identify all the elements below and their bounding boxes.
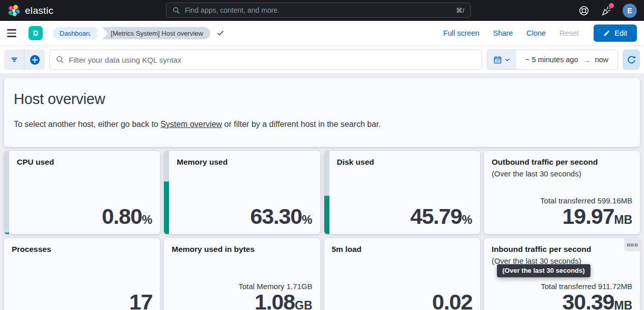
pencil-icon: [603, 30, 610, 37]
system-overview-link[interactable]: System overview: [160, 120, 222, 128]
metric-unit: GB: [295, 299, 313, 310]
gauge-track: [4, 151, 9, 234]
panel-title: 5m load: [332, 244, 472, 254]
notification-dot: [609, 3, 614, 8]
global-search[interactable]: ⌘/: [166, 3, 471, 18]
panel-title: Disk used: [337, 157, 472, 167]
metric-panel-cpu-used: CPU used 0.80%: [4, 151, 160, 234]
gauge-fill: [4, 232, 9, 234]
panel-subtitle: (Over the last 30 seconds): [492, 169, 632, 178]
metric-panel-5m-load: 5m load 0.02: [324, 238, 480, 310]
breadcrumb: Dashboard [Metrics System] Host overview: [53, 27, 225, 39]
clone-button[interactable]: Clone: [526, 29, 546, 37]
page-title: Host overview: [14, 91, 630, 108]
metric-panel-memory-used: Memory used 63.30%: [164, 151, 320, 234]
top-navigation: elastic ⌘/: [0, 0, 644, 21]
breadcrumb-dashboard[interactable]: Dashboard: [53, 27, 95, 39]
metric-panel-processes: Processes 17: [4, 238, 160, 310]
saved-check-icon: [216, 29, 225, 37]
full-screen-button[interactable]: Full screen: [443, 29, 480, 37]
metric-unit: MB: [614, 213, 632, 226]
help-button[interactable]: [578, 5, 590, 17]
metric-value: 30.39MB: [492, 291, 632, 310]
elastic-brand[interactable]: elastic: [7, 4, 53, 17]
filter-funnel-icon: [10, 56, 18, 64]
reset-button[interactable]: Reset: [559, 29, 579, 37]
refresh-button[interactable]: [623, 49, 640, 70]
search-icon: [56, 56, 64, 64]
gauge-track: [164, 151, 169, 234]
panel-title: Processes: [12, 244, 152, 254]
calendar-menu-button[interactable]: [487, 50, 516, 69]
time-range-picker: ~ 5 minutes ago → now: [487, 49, 618, 70]
time-range-to: now: [595, 56, 608, 64]
search-shortcut-hint: ⌘/: [456, 7, 464, 14]
metric-panel-memory-bytes: Memory used in bytes Total Memory 1.71GB…: [164, 238, 320, 310]
metric-value: 19.97MB: [492, 205, 632, 228]
topnav-right-actions: E: [578, 4, 637, 18]
dashboard-grid: Host overview To select another host, ei…: [0, 74, 644, 310]
markdown-panel-host-overview: Host overview To select another host, ei…: [4, 78, 640, 147]
markdown-body: To select another host, either go back t…: [14, 120, 630, 129]
add-filter-button[interactable]: [24, 49, 45, 70]
metric-value: 0.02: [332, 291, 472, 310]
metric-value: 0.80%: [17, 205, 152, 228]
metric-value: 45.79%: [337, 205, 472, 228]
life-buoy-icon: [578, 5, 590, 16]
time-range-from: ~ 5 minutes ago: [525, 56, 578, 64]
brand-name: elastic: [25, 5, 53, 16]
gauge-fill: [164, 182, 169, 234]
refresh-icon: [627, 56, 636, 64]
metric-value: 63.30%: [177, 205, 312, 228]
filter-bar: ~ 5 minutes ago → now: [0, 46, 644, 74]
panel-title: Outbound traffic per second: [492, 157, 632, 167]
panel-options-icon: [627, 244, 630, 246]
metric-value: 1.08GB: [172, 291, 312, 310]
panel-title: Memory used in bytes: [172, 244, 312, 254]
panel-title: Inbound traffic per second: [492, 244, 632, 254]
plus-circle-icon: [30, 55, 40, 65]
panel-options-button[interactable]: [624, 238, 640, 251]
filter-menu-button[interactable]: [4, 49, 24, 70]
metric-unit: %: [302, 213, 312, 226]
panel-title: Memory used: [177, 157, 312, 167]
metric-panel-outbound-traffic: Outbound traffic per second (Over the la…: [484, 151, 640, 234]
tooltip: (Over the last 30 seconds): [497, 264, 591, 277]
elastic-logo-icon: [7, 4, 20, 17]
global-search-input[interactable]: [185, 6, 452, 14]
metric-unit: %: [462, 213, 472, 226]
time-range-display[interactable]: ~ 5 minutes ago → now: [516, 50, 618, 69]
metric-unit: %: [142, 213, 152, 226]
metric-value: 17: [12, 291, 152, 310]
news-feed-button[interactable]: [600, 5, 612, 17]
arrow-right-icon: →: [582, 56, 590, 64]
search-icon: [173, 7, 180, 14]
metric-panel-disk-used: Disk used 45.79%: [324, 151, 480, 234]
share-button[interactable]: Share: [493, 29, 513, 37]
edit-button-label: Edit: [614, 29, 627, 37]
gauge-fill: [324, 196, 329, 234]
kql-search[interactable]: [49, 49, 482, 70]
breadcrumb-current-page[interactable]: [Metrics System] Host overview: [102, 27, 210, 39]
calendar-icon: [493, 56, 502, 64]
panel-title: CPU used: [17, 157, 152, 167]
dashboard-toolbar: D Dashboard [Metrics System] Host overvi…: [0, 21, 644, 46]
edit-button[interactable]: Edit: [594, 24, 637, 42]
metric-unit: MB: [614, 299, 632, 310]
menu-button[interactable]: [7, 25, 22, 41]
gauge-track: [324, 151, 329, 234]
metric-panel-inbound-traffic: Inbound traffic per second (Over the las…: [484, 238, 640, 310]
user-avatar[interactable]: E: [623, 4, 637, 18]
toolbar-actions: Full screen Share Clone Reset Edit: [443, 24, 637, 42]
kql-query-input[interactable]: [69, 56, 475, 64]
filter-button-group: [4, 49, 45, 70]
chevron-down-icon: [505, 57, 510, 63]
space-badge[interactable]: D: [29, 26, 43, 40]
